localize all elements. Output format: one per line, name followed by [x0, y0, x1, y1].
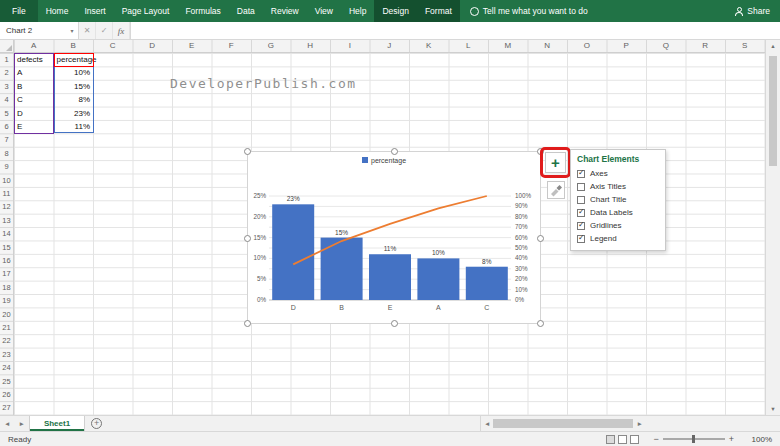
enter-button[interactable]: ✓	[96, 22, 113, 39]
row-header-13[interactable]: 13	[0, 214, 13, 227]
vertical-scroll-thumb[interactable]	[769, 56, 777, 166]
normal-view-icon[interactable]	[606, 435, 615, 444]
cell-A6[interactable]: E	[14, 120, 54, 133]
sheet-nav-right-icon[interactable]: ►	[14, 416, 28, 431]
formula-input[interactable]	[130, 22, 780, 39]
col-header-I[interactable]: I	[330, 40, 370, 52]
col-header-A[interactable]: A	[14, 40, 54, 52]
row-header-9[interactable]: 9	[0, 160, 13, 173]
scroll-up-icon[interactable]: ▲	[766, 43, 780, 49]
col-header-H[interactable]: H	[291, 40, 331, 52]
chart-elements-item-gridlines[interactable]: ✓Gridlines	[577, 219, 659, 232]
chart-styles-button[interactable]	[547, 181, 565, 199]
col-header-D[interactable]: D	[133, 40, 173, 52]
name-box-dropdown-icon[interactable]: ▾	[66, 27, 78, 34]
page-break-view-icon[interactable]	[630, 435, 639, 444]
cell-B5[interactable]: 23%	[54, 107, 94, 120]
row-header-16[interactable]: 16	[0, 254, 13, 267]
tell-me-box[interactable]: Tell me what you want to do	[470, 0, 588, 22]
cancel-button[interactable]: ✕	[79, 22, 96, 39]
ribbon-tab-file[interactable]: File	[0, 0, 38, 22]
ribbon-tab-data[interactable]: Data	[229, 0, 263, 22]
row-header-20[interactable]: 20	[0, 308, 13, 321]
cell-A1[interactable]: defects	[14, 53, 54, 66]
ribbon-tab-help[interactable]: Help	[341, 0, 374, 22]
chart-elements-button[interactable]: +	[545, 152, 566, 173]
scroll-right-icon[interactable]: ►	[633, 420, 645, 427]
ribbon-tab-insert[interactable]: Insert	[76, 0, 113, 22]
cell-A3[interactable]: B	[14, 80, 54, 93]
col-header-N[interactable]: N	[528, 40, 568, 52]
chart-resize-handle[interactable]	[537, 320, 544, 327]
scroll-left-icon[interactable]: ◄	[481, 420, 493, 427]
cell-A2[interactable]: A	[14, 66, 54, 79]
checkbox-axes[interactable]: ✓	[577, 170, 585, 178]
cell-A5[interactable]: D	[14, 107, 54, 120]
chart-resize-handle[interactable]	[537, 148, 544, 155]
checkbox-chart-title[interactable]	[577, 196, 585, 204]
col-header-F[interactable]: F	[212, 40, 252, 52]
zoom-slider-thumb[interactable]	[692, 435, 695, 443]
col-header-B[interactable]: B	[54, 40, 94, 52]
ribbon-tab-design[interactable]: Design	[374, 0, 416, 22]
row-header-23[interactable]: 23	[0, 348, 13, 361]
row-header-17[interactable]: 17	[0, 267, 13, 280]
row-header-4[interactable]: 4	[0, 93, 13, 106]
ribbon-tab-page-layout[interactable]: Page Layout	[114, 0, 178, 22]
chart-resize-handle[interactable]	[537, 235, 544, 242]
zoom-out-icon[interactable]: −	[649, 434, 662, 444]
col-header-J[interactable]: J	[370, 40, 410, 52]
ribbon-tab-formulas[interactable]: Formulas	[177, 0, 228, 22]
col-header-K[interactable]: K	[409, 40, 449, 52]
chart-resize-handle[interactable]	[244, 148, 251, 155]
zoom-slider[interactable]	[663, 438, 725, 440]
row-header-2[interactable]: 2	[0, 66, 13, 79]
row-header-14[interactable]: 14	[0, 227, 13, 240]
insert-function-button[interactable]: fx	[113, 22, 130, 39]
row-header-25[interactable]: 25	[0, 375, 13, 388]
row-header-27[interactable]: 27	[0, 401, 13, 414]
chart-elements-item-axes[interactable]: ✓Axes	[577, 167, 659, 180]
vertical-scrollbar[interactable]: ▲ ▼	[765, 40, 780, 415]
row-header-22[interactable]: 22	[0, 334, 13, 347]
checkbox-data-labels[interactable]: ✓	[577, 209, 585, 217]
chart-resize-handle[interactable]	[391, 320, 398, 327]
row-header-7[interactable]: 7	[0, 133, 13, 146]
scroll-down-icon[interactable]: ▼	[766, 406, 780, 412]
ribbon-tab-home[interactable]: Home	[38, 0, 77, 22]
col-header-S[interactable]: S	[725, 40, 765, 52]
row-header-15[interactable]: 15	[0, 241, 13, 254]
col-header-C[interactable]: C	[93, 40, 133, 52]
cell-A4[interactable]: C	[14, 93, 54, 106]
chart-elements-item-legend[interactable]: ✓Legend	[577, 232, 659, 245]
chart-elements-item-chart-title[interactable]: Chart Title	[577, 193, 659, 206]
cell-B4[interactable]: 8%	[54, 93, 94, 106]
row-header-21[interactable]: 21	[0, 321, 13, 334]
ribbon-tab-view[interactable]: View	[307, 0, 341, 22]
ribbon-tab-review[interactable]: Review	[263, 0, 307, 22]
row-header-1[interactable]: 1	[0, 53, 13, 66]
row-header-8[interactable]: 8	[0, 147, 13, 160]
checkbox-legend[interactable]: ✓	[577, 235, 585, 243]
horizontal-scroll-thumb[interactable]	[493, 419, 633, 428]
cell-B1[interactable]: percentage	[54, 53, 94, 66]
sheet-tab-sheet1[interactable]: Sheet1	[29, 416, 85, 431]
horizontal-scrollbar[interactable]: ◄ ►	[480, 416, 780, 431]
row-header-3[interactable]: 3	[0, 80, 13, 93]
row-header-18[interactable]: 18	[0, 281, 13, 294]
col-header-O[interactable]: O	[567, 40, 607, 52]
new-sheet-button[interactable]: +	[91, 418, 102, 429]
cell-B3[interactable]: 15%	[54, 80, 94, 93]
pareto-chart[interactable]: 23%D15%B11%E10%A8%C0%5%10%15%20%25%0%10%…	[247, 151, 541, 324]
row-header-6[interactable]: 6	[0, 120, 13, 133]
cell-B6[interactable]: 11%	[54, 120, 94, 133]
chart-elements-item-axis-titles[interactable]: Axis Titles	[577, 180, 659, 193]
select-all-corner[interactable]	[0, 40, 14, 53]
ribbon-tab-format[interactable]: Format	[417, 0, 460, 22]
row-header-19[interactable]: 19	[0, 294, 13, 307]
chart-elements-item-data-labels[interactable]: ✓Data Labels	[577, 206, 659, 219]
col-header-P[interactable]: P	[607, 40, 647, 52]
checkbox-axis-titles[interactable]	[577, 183, 585, 191]
col-header-G[interactable]: G	[251, 40, 291, 52]
share-button[interactable]: Share	[734, 0, 770, 22]
